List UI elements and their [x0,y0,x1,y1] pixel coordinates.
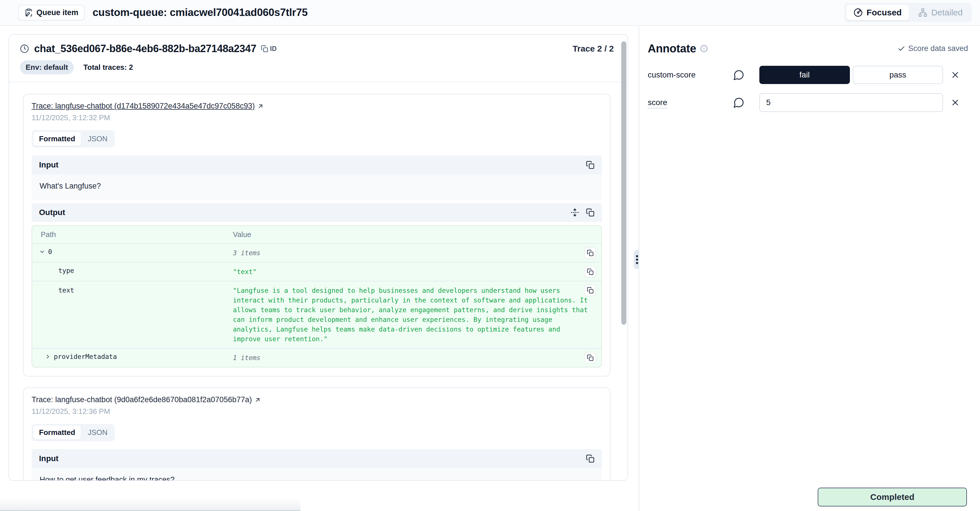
trace-timestamp-1: 11/12/2025, 3:12:32 PM [32,113,602,122]
total-traces: Total traces: 2 [83,63,133,72]
queue-item-badge-label: Queue item [37,8,78,17]
table-row: text "Langfuse is a tool designed to hel… [32,281,601,348]
copy-id-button[interactable]: ID [261,45,277,53]
env-badge: Env: default [20,60,74,74]
table-row: 0 3 items [32,243,601,262]
input-label: Input [39,160,58,169]
comment-icon[interactable] [733,97,745,108]
id-label: ID [270,45,277,53]
table-row: type "text" [32,262,601,281]
json-tab[interactable]: JSON [82,425,113,439]
formatted-tab[interactable]: Formatted [33,132,81,146]
score-option-fail[interactable]: fail [759,66,850,84]
info-icon[interactable] [700,45,708,53]
gauge-icon [854,8,863,17]
save-status-label: Score data saved [908,44,968,53]
arrow-up-right-icon [257,103,264,110]
arrow-up-right-icon [254,396,261,403]
copy-output-button[interactable] [586,208,595,217]
clock-icon [20,44,29,53]
topbar: Queue item custom-queue: cmiacwel70041ad… [0,0,980,25]
completed-button[interactable]: Completed [818,488,967,506]
chevron-right-icon[interactable] [45,353,51,360]
clipboard-pen-icon [24,8,33,17]
path-column-header: Path [32,230,233,239]
focused-view-button[interactable]: Focused [846,5,909,20]
trace-link-1[interactable]: Trace: langfuse-chatbot (d174b1589072e43… [32,102,255,110]
input-label: Input [39,454,58,463]
row-copy-button[interactable] [584,284,596,296]
score-value-input[interactable] [759,93,943,112]
score-name: score [648,98,667,108]
output-label: Output [39,208,65,217]
trace-card-2: Trace: langfuse-chatbot (9d0a6f2e6de8670… [23,387,611,481]
network-tree-icon [918,8,928,17]
comment-icon[interactable] [733,69,745,81]
row-value: 3 items [233,248,601,258]
output-section-header-1: Output [32,203,602,222]
delete-score-icon[interactable] [950,70,960,80]
queue-item-badge: Queue item [18,5,84,21]
input-body-1: What's Langfuse? [32,174,602,200]
input-section-header-1: Input [32,156,602,174]
unfold-vertical-icon[interactable] [571,208,579,217]
item-title: chat_536ed067-b86e-4eb6-882b-ba27148a234… [34,43,256,55]
delete-score-icon[interactable] [950,98,960,107]
chevron-down-icon[interactable] [39,249,45,255]
annotate-title: Annotate [648,42,696,55]
trace-counter: Trace 2 / 2 [573,44,614,54]
check-icon [897,45,905,53]
row-path: 0 [48,248,52,256]
score-row-custom-score: custom-score fail pass [648,66,968,84]
copy-icon [261,45,268,53]
formatted-tab[interactable]: Formatted [33,425,81,439]
trace-cards-scroll-area: Trace: langfuse-chatbot (d174b1589072e43… [9,82,627,481]
focused-view-label: Focused [867,8,902,18]
row-value: "Langfuse is a tool designed to help bus… [233,286,601,344]
row-path: providerMetadata [54,353,117,360]
copy-input-button[interactable] [586,454,595,463]
detailed-view-button[interactable]: Detailed [911,5,970,20]
value-column-header: Value [233,230,601,239]
row-copy-button[interactable] [584,247,596,259]
queue-item-panel: chat_536ed067-b86e-4eb6-882b-ba27148a234… [8,34,628,481]
row-value: "text" [233,267,601,277]
score-row-score: score [648,93,968,112]
trace-link-2[interactable]: Trace: langfuse-chatbot (9d0a6f2e6de8670… [32,395,252,404]
row-value: 1 items [233,353,601,363]
annotate-panel: Annotate Score data saved custom-score f… [639,25,980,511]
row-copy-button[interactable] [584,352,596,364]
score-name: custom-score [648,70,733,80]
save-status: Score data saved [897,44,968,53]
row-path: type [58,267,74,274]
detailed-view-label: Detailed [931,8,963,18]
format-toggle-2: Formatted JSON [32,424,115,441]
score-option-pass[interactable]: pass [853,66,943,84]
input-body-2: How to get user feedback in my traces? [32,468,602,481]
item-header: chat_536ed067-b86e-4eb6-882b-ba27148a234… [9,35,627,82]
view-toggle: Focused Detailed [844,3,972,22]
table-row: providerMetadata 1 items [32,348,601,367]
copy-input-button[interactable] [586,161,595,169]
input-section-header-2: Input [32,449,602,468]
trace-timestamp-2: 11/12/2025, 3:12:36 PM [32,407,602,416]
trace-card-1: Trace: langfuse-chatbot (d174b1589072e43… [23,94,611,377]
topbar-left: Queue item custom-queue: cmiacwel70041ad… [18,5,307,21]
scrollbar[interactable] [621,41,626,325]
row-copy-button[interactable] [584,266,596,278]
row-path: text [58,287,74,294]
format-toggle-1: Formatted JSON [32,130,115,148]
json-tab[interactable]: JSON [82,132,113,146]
page-title: custom-queue: cmiacwel70041ad060s7tlr75 [92,6,307,19]
output-json-table-1: Path Value 0 3 items type "text" [32,225,602,368]
bottom-shadow [0,498,301,511]
